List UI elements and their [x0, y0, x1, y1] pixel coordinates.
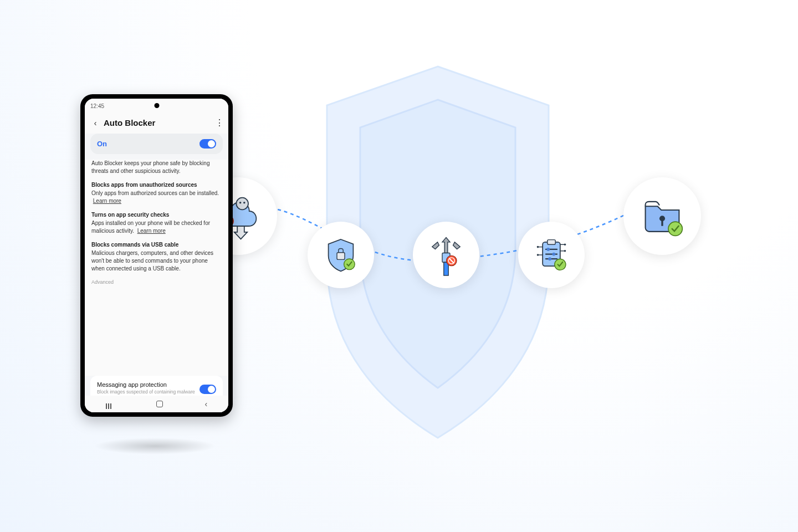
learn-more-link-0[interactable]: Learn more — [93, 198, 121, 204]
back-button[interactable]: ‹ — [90, 118, 100, 127]
nav-home-button[interactable] — [156, 401, 163, 407]
svg-point-24 — [537, 254, 539, 256]
screen-title: Auto Blocker — [104, 118, 215, 127]
android-nav-bar: ‹ — [85, 396, 228, 412]
marketing-canvas: 12:45 ‹ Auto Blocker ⋮ On Auto Blocker k… — [0, 0, 798, 532]
svg-point-28 — [564, 243, 566, 245]
section-title-1: Turns on app security checks — [91, 212, 222, 218]
svg-point-22 — [537, 246, 539, 248]
section-body-text-0: Only apps from authorized sources can be… — [91, 190, 219, 196]
svg-point-26 — [564, 250, 566, 252]
more-options-button[interactable]: ⋮ — [215, 117, 223, 128]
section-body-1: Apps installed on your phone will be che… — [91, 219, 222, 235]
svg-rect-31 — [661, 221, 663, 226]
advanced-section-label: Advanced — [91, 279, 222, 285]
usb-blocked-icon — [427, 233, 466, 277]
phone-screen: 12:45 ‹ Auto Blocker ⋮ On Auto Blocker k… — [85, 99, 228, 412]
svg-point-20 — [548, 257, 551, 260]
nav-back-button[interactable]: ‹ — [205, 400, 208, 408]
learn-more-link-1[interactable]: Learn more — [137, 228, 166, 234]
feature-icon-usb-blocked — [413, 222, 479, 288]
svg-rect-14 — [548, 240, 555, 245]
nav-recent-button[interactable] — [106, 403, 115, 405]
advanced-item-title-0: Messaging app protection — [97, 381, 195, 388]
phone-shadow — [94, 438, 216, 454]
svg-point-32 — [668, 222, 682, 236]
svg-point-2 — [243, 202, 245, 204]
secure-folder-verified-icon — [638, 195, 686, 237]
section-body-text-2: Malicious chargers, computers, and other… — [91, 250, 213, 272]
feature-icon-settings-check — [518, 222, 585, 288]
svg-rect-6 — [337, 253, 345, 260]
svg-point-19 — [552, 253, 555, 256]
phone-device-frame: 12:45 ‹ Auto Blocker ⋮ On Auto Blocker k… — [80, 94, 233, 417]
master-toggle-row[interactable]: On — [90, 134, 223, 154]
settings-content: Auto Blocker keeps your phone safe by bl… — [85, 160, 228, 376]
feature-icon-app-security — [308, 222, 374, 288]
phone-camera-dot — [154, 103, 159, 108]
settings-clipboard-verified-icon — [531, 235, 571, 275]
section-body-2: Malicious chargers, computers, and other… — [91, 249, 222, 273]
advanced-toggle-0[interactable] — [200, 385, 216, 394]
svg-point-0 — [236, 198, 248, 210]
section-title-2: Blocks commands via USB cable — [91, 242, 222, 248]
section-body-0: Only apps from authorized sources can be… — [91, 190, 222, 205]
svg-point-18 — [546, 248, 550, 251]
section-title-0: Blocks apps from unauthorized sources — [91, 182, 222, 188]
master-toggle-label: On — [97, 140, 200, 148]
master-toggle-switch[interactable] — [200, 139, 216, 149]
feature-description: Auto Blocker keeps your phone safe by bl… — [91, 160, 222, 175]
status-time: 12:45 — [90, 103, 104, 109]
feature-icon-secure-folder — [623, 177, 701, 255]
shield-lock-verified-icon — [321, 236, 360, 274]
screen-header: ‹ Auto Blocker ⋮ — [85, 113, 228, 134]
svg-point-1 — [239, 202, 242, 204]
